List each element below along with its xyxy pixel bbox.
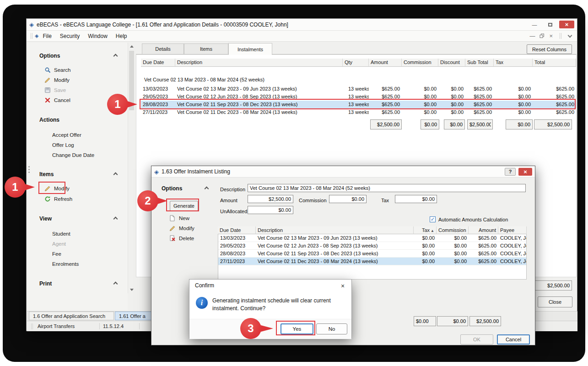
cell-description[interactable]: Vet Course 02 11 Dec 2023 - 08 Mar 2024 …: [256, 258, 414, 265]
tab-items[interactable]: Items: [184, 43, 228, 54]
cell-commission[interactable]: $0.00: [437, 250, 469, 258]
commission-field[interactable]: $0.00: [329, 195, 367, 203]
cell-discount[interactable]: $0.00: [438, 85, 465, 93]
cell-description[interactable]: Vet Course 02 11 Dec 2023 - 08 Mar 2024 …: [175, 108, 343, 116]
toolbar-overflow-chevron-icon[interactable]: [568, 33, 572, 38]
cell-payee[interactable]: COOLEY, John: [498, 250, 526, 258]
sidebar-item-fee[interactable]: Fee: [27, 249, 128, 258]
mdi-minimize-icon[interactable]: —: [529, 33, 535, 39]
cell-due-date[interactable]: 13/03/2023: [141, 85, 175, 93]
cell-commission[interactable]: $0.00: [437, 242, 469, 250]
menu-window[interactable]: Window: [84, 31, 112, 41]
sidebar-item-change-due-date[interactable]: Change Due Date: [27, 151, 128, 160]
no-button[interactable]: No: [316, 323, 347, 334]
main-close-button[interactable]: Close: [538, 296, 572, 307]
cell-due-date[interactable]: 28/08/2023: [218, 250, 256, 258]
cell-tax[interactable]: $0.00: [494, 85, 533, 93]
sidebar-item-accept-offer[interactable]: Accept Offer: [27, 130, 128, 140]
cancel-button[interactable]: Cancel: [497, 334, 530, 344]
sidebar-section-view[interactable]: View: [39, 215, 117, 223]
cell-due-date[interactable]: 27/11/2023: [141, 108, 175, 116]
sidebar-item-offer-log[interactable]: Offer Log: [27, 140, 128, 150]
cell-total[interactable]: $625.00: [533, 85, 576, 93]
cell-sub-total[interactable]: $625.00: [465, 85, 494, 93]
auto-calc-checkbox[interactable]: ✓: [430, 216, 436, 222]
maximize-button[interactable]: [544, 21, 556, 28]
unallocated-field[interactable]: $0.00: [248, 206, 293, 214]
doc-tab-offer-search[interactable]: 1.6 Offer and Application Search: [29, 312, 114, 320]
sidebar-section-items[interactable]: Items: [39, 170, 117, 178]
cell-payee[interactable]: COOLEY, John: [498, 234, 526, 242]
cell-total[interactable]: $625.00: [533, 108, 576, 116]
cell-tax[interactable]: $0.00: [414, 242, 437, 250]
cell-amount[interactable]: $625.00: [369, 108, 402, 116]
dialog-item-delete[interactable]: Delete: [169, 234, 194, 243]
cell-amount[interactable]: $625.00: [469, 258, 498, 265]
cell-qty[interactable]: 13 weeks: [343, 85, 369, 93]
cell-tax[interactable]: $0.00: [494, 108, 533, 116]
cell-amount[interactable]: $625.00: [369, 85, 402, 93]
column-header-due-date[interactable]: Due Date: [141, 59, 175, 67]
tab-details[interactable]: Details: [142, 43, 184, 54]
reset-columns-button[interactable]: Reset Columns: [527, 44, 572, 54]
sidebar-item-modify[interactable]: Modify: [27, 75, 128, 85]
sidebar-item-refresh[interactable]: Refresh: [27, 194, 128, 204]
cell-amount[interactable]: $625.00: [469, 242, 498, 250]
cell-commission[interactable]: $0.00: [437, 258, 469, 265]
minimize-button[interactable]: —: [528, 21, 541, 28]
dialog-item-modify[interactable]: Modify: [169, 224, 194, 233]
column-header-qty[interactable]: Qty: [343, 59, 369, 67]
panel-splitter-grip[interactable]: [28, 166, 30, 167]
cell-due-date[interactable]: 13/03/2023: [218, 234, 256, 242]
cell-qty[interactable]: 13 weeks: [343, 108, 369, 116]
cell-due-date[interactable]: 29/05/2023: [218, 242, 256, 250]
cell-description[interactable]: Vet Course 02 13 Mar 2023 - 09 Jun 2023 …: [256, 234, 414, 242]
sidebar-section-options[interactable]: Options: [39, 52, 117, 60]
tax-field[interactable]: $0.00: [395, 195, 437, 203]
cell-description[interactable]: Vet Course 02 12 Jun 2023 - 08 Sep 2023 …: [256, 242, 414, 250]
menu-security[interactable]: Security: [56, 31, 84, 41]
cell-tax[interactable]: $0.00: [414, 250, 437, 258]
menu-help[interactable]: Help: [112, 31, 131, 41]
sidebar-item-enrolments[interactable]: Enrolments: [27, 259, 128, 269]
sidebar-item-search[interactable]: Search: [27, 65, 128, 75]
column-header-due-date[interactable]: Due Date: [218, 226, 256, 234]
cell-commission[interactable]: $0.00: [402, 108, 438, 116]
cell-description[interactable]: Vet Course 02 13 Mar 2023 - 09 Jun 2023 …: [175, 85, 343, 93]
cell-amount[interactable]: $625.00: [469, 234, 498, 242]
dialog-section-options[interactable]: Options: [162, 184, 208, 193]
cell-payee[interactable]: COOLEY, John: [498, 258, 526, 265]
cell-payee[interactable]: COOLEY, John: [498, 242, 526, 250]
scroll-down-arrow[interactable]: [128, 286, 135, 293]
mdi-restore-icon[interactable]: [539, 33, 545, 38]
column-header-commission[interactable]: Commission: [437, 226, 469, 234]
sidebar-item-student[interactable]: Student: [27, 229, 128, 238]
help-button[interactable]: ?: [505, 168, 516, 176]
close-button[interactable]: ×: [559, 21, 574, 28]
column-header-payee[interactable]: Payee: [498, 226, 527, 234]
column-header-description[interactable]: Description: [175, 59, 343, 67]
column-header-sub-total[interactable]: Sub Total: [465, 59, 494, 67]
menu-file[interactable]: File: [38, 31, 55, 41]
column-header-description[interactable]: Description: [256, 226, 414, 234]
cell-sub-total[interactable]: $625.00: [465, 108, 494, 116]
cell-commission[interactable]: $0.00: [402, 85, 438, 93]
dialog-close-button[interactable]: ×: [518, 168, 532, 176]
cell-tax[interactable]: $0.00: [414, 258, 437, 265]
tab-instalments[interactable]: Instalments: [228, 43, 272, 55]
column-header-discount[interactable]: Discount: [438, 59, 465, 67]
cell-discount[interactable]: $0.00: [438, 108, 465, 116]
sidebar-section-actions[interactable]: Actions: [39, 116, 117, 124]
column-header-commission[interactable]: Commission: [402, 59, 438, 67]
amount-field[interactable]: $2,500.00: [248, 195, 293, 203]
cell-description[interactable]: Vet Course 02 11 Sep 2023 - 08 Dec 2023 …: [256, 250, 414, 258]
description-field[interactable]: Vet Course 02 13 Mar 2023 - 08 Mar 2024 …: [248, 184, 526, 192]
column-header-total[interactable]: Total: [533, 59, 576, 67]
sidebar-section-print[interactable]: Print: [39, 280, 117, 288]
column-header-tax[interactable]: Tax▲: [414, 226, 437, 234]
dialog-item-new[interactable]: New: [169, 214, 189, 223]
mdi-close-icon[interactable]: ×: [549, 32, 553, 39]
scroll-up-arrow[interactable]: [128, 43, 135, 50]
sidebar-scrollbar[interactable]: [128, 43, 135, 293]
column-header-amount[interactable]: Amount: [369, 59, 402, 67]
